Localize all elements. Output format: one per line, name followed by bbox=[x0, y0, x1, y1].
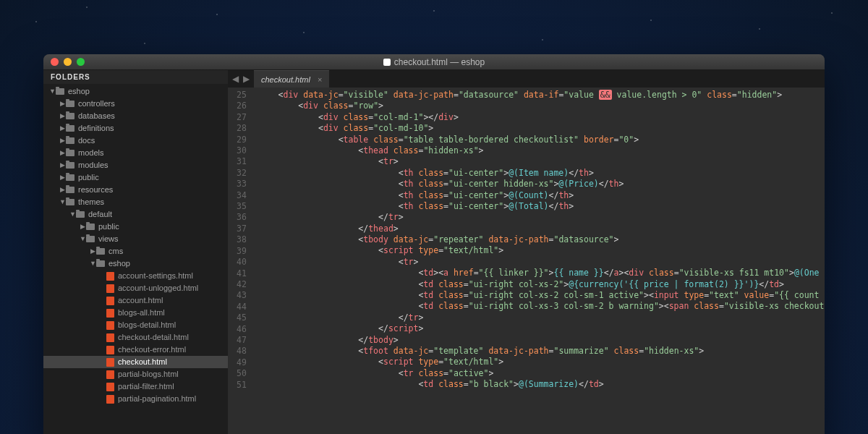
file-item[interactable]: partial-pagination.html bbox=[43, 393, 228, 405]
folder-icon bbox=[66, 137, 75, 144]
line-number: 40 bbox=[237, 257, 247, 268]
code-line[interactable]: <tr class="active"> bbox=[258, 368, 825, 379]
file-item[interactable]: checkout-detail.html bbox=[43, 331, 228, 344]
folder-label: public bbox=[78, 171, 99, 184]
line-number: 39 bbox=[237, 246, 247, 257]
code-line[interactable]: <td class="ui-right col-xs-2">@{currency… bbox=[258, 279, 825, 290]
folder-label: modules bbox=[78, 159, 109, 171]
folder-label: docs bbox=[78, 135, 95, 147]
folder-icon bbox=[96, 260, 105, 267]
line-number: 35 bbox=[237, 201, 247, 212]
code-line[interactable]: <div data-jc="visible" data-jc-path="dat… bbox=[258, 90, 825, 101]
file-item[interactable]: account.html bbox=[43, 294, 228, 307]
line-number: 45 bbox=[237, 312, 247, 323]
disclosure-arrow-icon: ▶ bbox=[59, 147, 65, 159]
file-item[interactable]: partial-blogs.html bbox=[43, 368, 228, 380]
code-line[interactable]: <tfoot data-jc="template" data-jc-path="… bbox=[258, 346, 825, 357]
folder-tree[interactable]: ▼eshop▶controllers▶databases▶definitions… bbox=[43, 84, 228, 405]
folder-item[interactable]: ▶resources bbox=[43, 184, 228, 196]
file-item[interactable]: partial-filter.html bbox=[43, 380, 228, 393]
folder-icon bbox=[66, 113, 75, 119]
nav-forward-icon[interactable]: ▶ bbox=[243, 74, 250, 84]
html-file-icon bbox=[106, 395, 114, 404]
file-item[interactable]: checkout-error.html bbox=[43, 344, 228, 356]
folder-icon bbox=[66, 199, 75, 205]
code-line[interactable]: <th class="ui-center">@(Count)</th> bbox=[258, 190, 825, 201]
code-line[interactable]: <th class="ui-center hidden-xs">@(Price)… bbox=[258, 179, 825, 190]
folder-item[interactable]: ▶models bbox=[43, 147, 228, 159]
code-line[interactable]: </thead> bbox=[258, 224, 825, 234]
window-title: checkout.html — eshop bbox=[43, 57, 825, 67]
disclosure-arrow-icon: ▶ bbox=[59, 184, 65, 196]
html-file-icon bbox=[106, 370, 114, 379]
folder-item[interactable]: ▶controllers bbox=[43, 98, 228, 110]
code-line[interactable]: <td><a href="{{ linker }}">{{ name }}</a… bbox=[258, 268, 825, 278]
html-file-icon bbox=[106, 333, 114, 342]
close-tab-icon[interactable]: × bbox=[318, 75, 322, 84]
folder-item[interactable]: ▶modules bbox=[43, 159, 228, 171]
code-line[interactable]: <thead class="hidden-xs"> bbox=[258, 145, 825, 156]
code-line[interactable]: </tr> bbox=[258, 212, 825, 223]
code-line[interactable]: <div class="row"> bbox=[258, 101, 825, 111]
code-line[interactable]: </tbody> bbox=[258, 335, 825, 346]
folder-item[interactable]: ▶cms bbox=[43, 245, 228, 258]
file-item[interactable]: account-unlogged.html bbox=[43, 282, 228, 294]
file-label: account-settings.html bbox=[118, 270, 193, 282]
folder-icon bbox=[66, 150, 75, 156]
line-number: 31 bbox=[237, 156, 247, 167]
folder-label: eshop bbox=[109, 258, 130, 270]
html-file-icon bbox=[106, 272, 114, 281]
folder-item[interactable]: ▼themes bbox=[43, 196, 228, 208]
folder-item[interactable]: ▼eshop bbox=[43, 85, 228, 98]
folder-label: definitions bbox=[78, 122, 114, 135]
code-line[interactable]: <div class="col-md-10"> bbox=[258, 123, 825, 134]
nav-back-icon[interactable]: ◀ bbox=[232, 74, 239, 84]
tab-checkout[interactable]: checkout.html × bbox=[254, 70, 329, 88]
code-line[interactable]: <script type="text/html"> bbox=[258, 357, 825, 367]
code-line[interactable]: <tr> bbox=[258, 156, 825, 167]
folder-item[interactable]: ▼eshop bbox=[43, 258, 228, 270]
code-line[interactable]: <td class="ui-right col-xs-3 col-sm-2 b … bbox=[258, 301, 825, 312]
main-split: FOLDERS ▼eshop▶controllers▶databases▶def… bbox=[43, 70, 825, 434]
code-line[interactable]: <tr> bbox=[258, 257, 825, 268]
code-line[interactable]: <table class="table table-bordered check… bbox=[258, 135, 825, 145]
folder-item[interactable]: ▶definitions bbox=[43, 122, 228, 135]
folder-icon bbox=[66, 125, 75, 132]
disclosure-arrow-icon: ▼ bbox=[49, 85, 55, 98]
code-line[interactable]: <script type="text/html"> bbox=[258, 245, 825, 256]
code-line[interactable]: <th class="ui-center">@(Total)</th> bbox=[258, 201, 825, 212]
code-line[interactable]: </script> bbox=[258, 323, 825, 334]
file-item[interactable]: account-settings.html bbox=[43, 270, 228, 282]
folder-item[interactable]: ▼default bbox=[43, 208, 228, 221]
folder-item[interactable]: ▶public bbox=[43, 171, 228, 184]
disclosure-arrow-icon: ▶ bbox=[59, 122, 65, 135]
file-item[interactable]: checkout.html bbox=[43, 356, 228, 368]
code-line[interactable]: <td class="ui-right col-xs-2 col-sm-1 ac… bbox=[258, 290, 825, 301]
window-controls bbox=[43, 58, 85, 66]
code-line[interactable]: <th class="ui-center">@(Item name)</th> bbox=[258, 168, 825, 179]
titlebar[interactable]: checkout.html — eshop bbox=[43, 54, 825, 70]
folder-item[interactable]: ▶public bbox=[43, 221, 228, 233]
code-line[interactable]: <div class="col-md-1"></div> bbox=[258, 112, 825, 123]
folder-item[interactable]: ▶docs bbox=[43, 135, 228, 147]
folder-label: databases bbox=[78, 110, 115, 122]
file-item[interactable]: blogs-detail.html bbox=[43, 319, 228, 331]
code-line[interactable]: </tr> bbox=[258, 312, 825, 323]
code-line[interactable]: <td class="b black">@(Summarize)</td> bbox=[258, 379, 825, 390]
line-gutter: 2526272829303132333435363738394041424344… bbox=[228, 88, 252, 434]
zoom-icon[interactable] bbox=[77, 58, 85, 66]
line-number: 50 bbox=[237, 368, 247, 379]
minimize-icon[interactable] bbox=[64, 58, 72, 66]
code-area[interactable]: 2526272829303132333435363738394041424344… bbox=[228, 88, 825, 434]
disclosure-arrow-icon: ▼ bbox=[80, 233, 85, 245]
folder-item[interactable]: ▼views bbox=[43, 233, 228, 245]
code-line[interactable]: <tbody data-jc="repeater" data-jc-path="… bbox=[258, 234, 825, 245]
disclosure-arrow-icon: ▶ bbox=[59, 110, 65, 122]
html-file-icon bbox=[106, 358, 114, 367]
line-number: 36 bbox=[237, 212, 247, 223]
folder-item[interactable]: ▶databases bbox=[43, 110, 228, 122]
file-item[interactable]: blogs-all.html bbox=[43, 307, 228, 319]
close-icon[interactable] bbox=[51, 58, 59, 66]
folder-icon bbox=[76, 211, 85, 218]
code-content[interactable]: <div data-jc="visible" data-jc-path="dat… bbox=[252, 88, 825, 434]
